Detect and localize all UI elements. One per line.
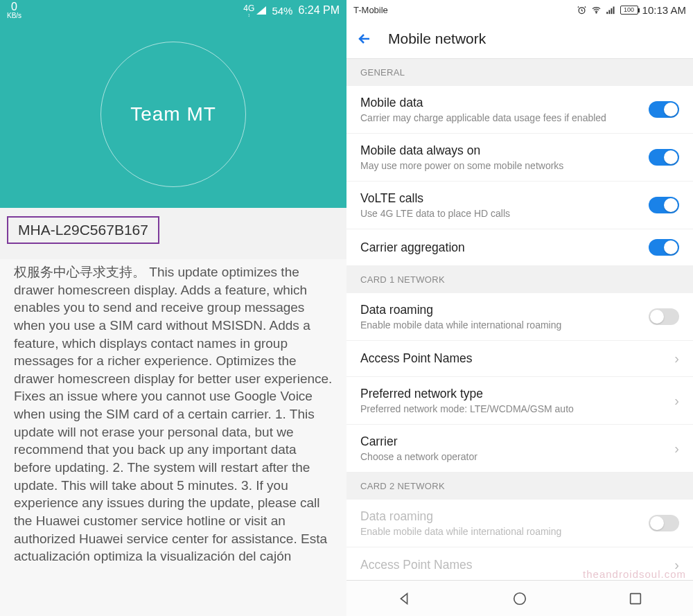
kbps-value: 0: [11, 1, 17, 12]
setting-card1-apn[interactable]: Access Point Names ›: [346, 341, 693, 377]
setting-card1-roaming[interactable]: Data roaming Enable mobile data while in…: [346, 293, 693, 341]
setting-title: Access Point Names: [360, 558, 674, 572]
setting-subtitle: Carrier may charge applicable data usage…: [360, 112, 649, 123]
setting-title: Mobile data: [360, 96, 649, 110]
battery-percentage: 54%: [272, 5, 292, 17]
toggle-volte[interactable]: [649, 197, 679, 213]
nav-home-icon[interactable]: [512, 591, 527, 606]
setting-mobile-data-always-on[interactable]: Mobile data always on May use more power…: [346, 134, 693, 182]
nav-back-icon[interactable]: [396, 591, 412, 606]
svg-rect-7: [630, 593, 640, 604]
battery-icon: 100: [620, 6, 638, 15]
kbps-label: KB/s: [7, 12, 21, 19]
status-time: 10:13 AM: [642, 4, 686, 16]
right-screenshot: T-Mobile 100 10:13 AM Mobile network GEN…: [346, 0, 693, 616]
svg-rect-5: [613, 6, 614, 14]
setting-card2-apn: Access Point Names ›: [346, 547, 693, 580]
svg-point-1: [595, 12, 596, 12]
nav-recent-icon[interactable]: [628, 591, 643, 606]
logo-text: Team MT: [130, 103, 216, 125]
alarm-icon: [577, 5, 587, 15]
setting-title: VoLTE calls: [360, 191, 649, 206]
setting-subtitle: Preferred network mode: LTE/WCDMA/GSM au…: [360, 403, 674, 414]
network-type-label: 4G ↕: [243, 4, 254, 17]
wifi-icon: [591, 5, 602, 15]
update-banner: Team MT: [0, 21, 346, 208]
status-bar-left: 0 KB/s 4G ↕ 54% 6:24 PM: [0, 0, 346, 21]
section-general: GENERAL: [346, 59, 693, 86]
page-header: Mobile network: [346, 19, 693, 58]
version-area: MHA-L29C567B167: [0, 208, 346, 259]
status-bar-right: T-Mobile 100 10:13 AM: [346, 0, 693, 19]
firmware-version: MHA-L29C567B167: [7, 216, 159, 244]
setting-subtitle: Choose a network operator: [360, 451, 674, 462]
setting-card1-carrier[interactable]: Carrier Choose a network operator ›: [346, 425, 693, 473]
back-icon[interactable]: [356, 30, 373, 47]
setting-title: Mobile data always on: [360, 143, 649, 158]
setting-title: Carrier aggregation: [360, 240, 649, 255]
setting-carrier-aggregation[interactable]: Carrier aggregation: [346, 229, 693, 266]
setting-title: Carrier: [360, 434, 674, 449]
setting-title: Preferred network type: [360, 387, 674, 401]
setting-title: Data roaming: [360, 303, 649, 317]
status-time: 6:24 PM: [298, 4, 340, 17]
svg-rect-3: [608, 10, 610, 14]
chevron-right-icon: ›: [674, 393, 679, 409]
signal-icon: [606, 5, 616, 15]
setting-card2-roaming: Data roaming Enable mobile data while in…: [346, 500, 693, 547]
chevron-right-icon: ›: [674, 441, 679, 457]
navigation-bar: [346, 580, 693, 616]
carrier-label: T-Mobile: [353, 5, 388, 15]
network-speed-indicator: 0 KB/s: [7, 1, 21, 19]
toggle-carrier-agg[interactable]: [649, 239, 679, 256]
setting-volte[interactable]: VoLTE calls Use 4G LTE data to place HD …: [346, 182, 693, 229]
svg-rect-4: [611, 8, 612, 14]
toggle-mobile-data[interactable]: [649, 101, 679, 118]
toggle-card2-roaming: [649, 515, 679, 531]
chevron-right-icon: ›: [674, 351, 679, 367]
setting-subtitle: Enable mobile data while international r…: [360, 319, 649, 331]
setting-card1-network-type[interactable]: Preferred network type Preferred network…: [346, 377, 693, 425]
setting-subtitle: May use more power on some mobile networ…: [360, 160, 649, 171]
toggle-always-on[interactable]: [649, 149, 679, 166]
svg-rect-2: [606, 12, 608, 14]
left-screenshot: 0 KB/s 4G ↕ 54% 6:24 PM Team MT MHA-L29C…: [0, 0, 346, 616]
logo-circle: Team MT: [100, 42, 246, 187]
changelog-text[interactable]: 权服务中心寻求支持。 This update optimizes the dra…: [0, 259, 346, 616]
section-card2: CARD 2 NETWORK: [346, 473, 693, 500]
setting-title: Access Point Names: [360, 351, 674, 366]
setting-subtitle: Use 4G LTE data to place HD calls: [360, 208, 649, 219]
toggle-card1-roaming[interactable]: [649, 308, 679, 325]
section-card1: CARD 1 NETWORK: [346, 266, 693, 293]
signal-icon: [256, 6, 266, 15]
setting-subtitle: Enable mobile data while international r…: [360, 526, 649, 537]
svg-point-6: [514, 592, 526, 604]
setting-title: Data roaming: [360, 509, 649, 524]
setting-mobile-data[interactable]: Mobile data Carrier may charge applicabl…: [346, 86, 693, 134]
chevron-right-icon: ›: [674, 557, 679, 573]
page-title: Mobile network: [388, 30, 486, 47]
